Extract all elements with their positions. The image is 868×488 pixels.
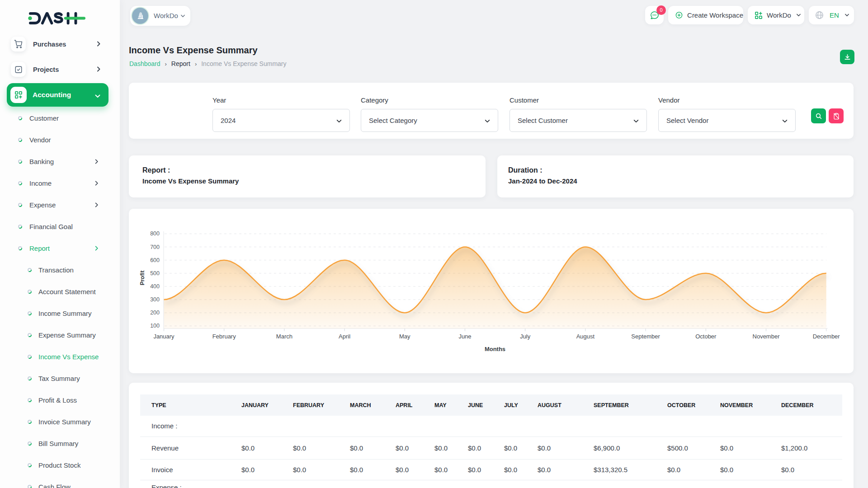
svg-text:Profit: Profit — [139, 270, 146, 285]
svg-text:July: July — [520, 333, 531, 340]
svg-text:October: October — [695, 333, 717, 340]
svg-text:700: 700 — [150, 244, 160, 250]
svg-text:November: November — [753, 333, 780, 340]
svg-text:April: April — [339, 333, 350, 340]
svg-text:400: 400 — [150, 283, 160, 290]
svg-text:300: 300 — [150, 296, 160, 303]
svg-text:September: September — [631, 333, 660, 340]
svg-text:100: 100 — [150, 323, 160, 329]
svg-text:February: February — [212, 333, 236, 340]
svg-text:June: June — [458, 333, 471, 340]
svg-text:800: 800 — [150, 230, 160, 237]
svg-text:August: August — [576, 333, 595, 340]
svg-text:May: May — [399, 333, 410, 340]
svg-text:Months: Months — [485, 346, 505, 352]
svg-text:March: March — [276, 333, 292, 340]
svg-text:200: 200 — [150, 310, 160, 316]
svg-text:January: January — [153, 333, 175, 340]
svg-text:December: December — [813, 333, 840, 340]
svg-text:500: 500 — [150, 270, 160, 277]
svg-text:600: 600 — [150, 257, 160, 263]
